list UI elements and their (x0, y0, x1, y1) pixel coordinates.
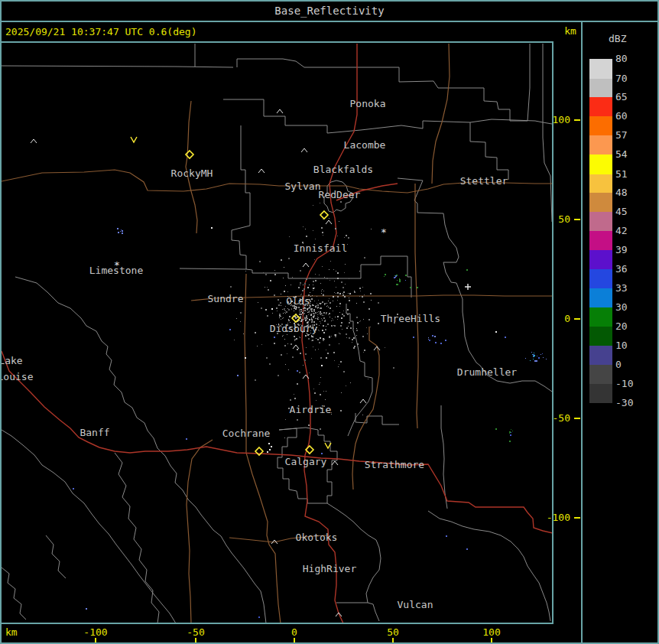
echo-dot (347, 309, 349, 311)
echo-dot (240, 312, 242, 314)
echo-dot (311, 317, 312, 318)
legend-value-label: 65 (615, 92, 641, 102)
bottom-scale-tick-label: 0 (291, 626, 297, 638)
echo-dot (304, 359, 306, 361)
legend-value-label: 30 (615, 302, 641, 313)
echo-dot (328, 314, 329, 315)
echo-dot (294, 307, 295, 309)
echo-dot (335, 336, 336, 337)
echo-dot (281, 259, 282, 261)
echo-dot (323, 317, 325, 319)
echo-dot (319, 342, 320, 343)
boundary-line (2, 568, 26, 620)
town-asterisk-icon: * (381, 226, 387, 238)
echo-dot (291, 285, 291, 285)
echo-dot (313, 230, 313, 231)
echo-dot (511, 429, 511, 430)
echo-dot (308, 338, 310, 340)
town-caret-icon (277, 109, 283, 113)
echo-dot (339, 293, 341, 294)
echo-dot (230, 286, 232, 288)
echo-dot (532, 354, 533, 355)
echo-dot (306, 317, 307, 318)
echo-dot (258, 616, 260, 618)
legend-value-label: 48 (615, 187, 641, 198)
echo-dot (317, 307, 319, 308)
echo-dot (364, 294, 365, 295)
echo-dot (291, 308, 292, 309)
echo-dot (330, 307, 331, 309)
title-bar: Base_Reflectivity (0, 2, 659, 21)
timestamp-label: 2025/09/21 10:37:47 UTC 0.6(deg) (5, 24, 196, 41)
echo-dot (335, 228, 336, 229)
echo-dot (234, 340, 235, 340)
town-dot-icon (245, 357, 246, 359)
echo-dot (297, 349, 298, 350)
echo-dot (350, 327, 352, 329)
echo-dot (315, 239, 316, 239)
city-label: Olds (286, 295, 310, 307)
echo-dot (318, 317, 319, 318)
legend-color-swatch (589, 154, 612, 174)
bottom-scale-unit-label: km (5, 626, 18, 639)
echo-dot (300, 312, 300, 313)
echo-dot (317, 312, 318, 313)
echo-dot (311, 298, 313, 300)
echo-dot (321, 293, 322, 294)
echo-dot (300, 311, 301, 312)
legend-value-label: -30 (615, 398, 641, 408)
town-dot-icon (269, 449, 271, 450)
echo-dot (349, 322, 350, 324)
echo-dot (333, 325, 334, 326)
echo-dot (120, 231, 121, 232)
echo-dot (370, 293, 372, 294)
echo-dot (323, 219, 323, 220)
legend-color-swatch (589, 174, 612, 193)
echo-dot (395, 277, 396, 278)
echo-dot (307, 310, 308, 311)
legend-value-label: 0 (615, 359, 641, 370)
echo-dot (336, 293, 336, 294)
echo-dot (343, 315, 345, 317)
echo-dot (354, 346, 355, 347)
echo-dot (363, 352, 364, 353)
echo-dot (297, 317, 298, 318)
echo-dot (284, 339, 285, 340)
town-caret-icon (293, 345, 299, 349)
echo-dot (300, 318, 301, 319)
echo-dot (279, 315, 281, 317)
city-label: Lake (2, 355, 23, 366)
legend-value-label: 57 (615, 130, 641, 141)
echo-dot (341, 322, 342, 324)
echo-dot (293, 315, 294, 316)
echo-dot (323, 294, 323, 295)
echo-dot (280, 302, 281, 304)
echo-dot (327, 305, 328, 306)
echo-dot (287, 308, 288, 309)
city-label: Innisfail (294, 242, 347, 254)
echo-dot (440, 343, 442, 344)
echo-dot (263, 272, 264, 273)
boundary-line (46, 535, 66, 578)
echo-dot (300, 270, 301, 272)
echo-dot (283, 317, 284, 318)
echo-dot (331, 336, 332, 337)
echo-dot (330, 261, 331, 262)
echo-dot (339, 364, 339, 365)
town-dot-icon (495, 331, 497, 333)
boundary-line (2, 66, 233, 67)
echo-dot (356, 335, 357, 336)
echo-dot (341, 281, 342, 283)
station-diamond-icon (320, 211, 328, 219)
highway-brown (415, 184, 418, 428)
echo-dot (359, 321, 360, 322)
echo-dot (413, 337, 414, 338)
echo-dot (285, 419, 286, 420)
echo-dot (301, 311, 302, 312)
echo-dot (307, 319, 307, 320)
echo-dot (320, 377, 321, 378)
echo-dot (274, 274, 276, 275)
echo-dot (284, 345, 286, 346)
echo-dot (307, 311, 307, 311)
legend-color-swatch (589, 307, 612, 327)
